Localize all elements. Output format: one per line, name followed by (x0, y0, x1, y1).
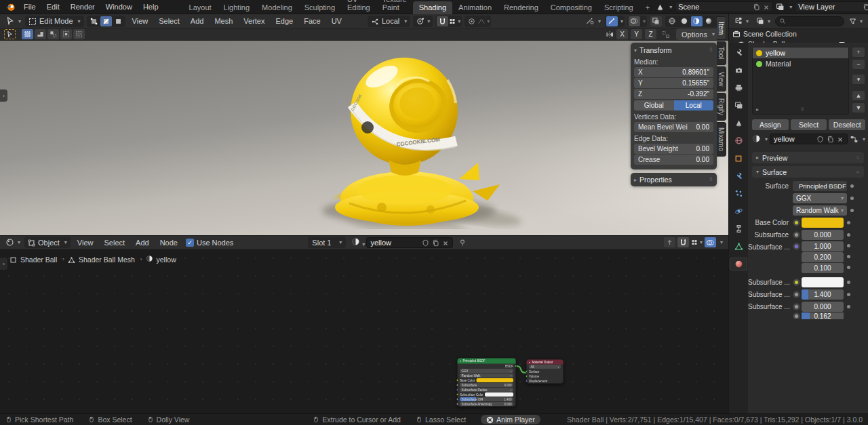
list-expand-icon[interactable]: ▸ (756, 106, 759, 113)
socket-icon[interactable] (793, 291, 800, 298)
edge-select-mode-button[interactable] (100, 16, 112, 26)
viewport-menu-add[interactable]: Add (185, 17, 210, 25)
tab-lighting[interactable]: Lighting (218, 1, 256, 14)
anim-player-status[interactable]: Anim Player (481, 415, 540, 424)
tab-texture-paint[interactable]: Texture Paint (376, 0, 413, 14)
scene-dropdown-caret[interactable]: ▾ (669, 4, 672, 10)
tab-scene-icon[interactable] (730, 117, 747, 129)
tab-output-icon[interactable] (730, 82, 747, 94)
subsurface-radius-socket[interactable] (456, 389, 458, 391)
vertex-select-mode-button[interactable] (88, 16, 100, 26)
keyframe-dot[interactable] (850, 209, 854, 212)
tab-compositing[interactable]: Compositing (545, 1, 598, 14)
median-y-field[interactable]: Y0.15655" (634, 78, 713, 88)
toolbar-expand-arrow[interactable]: › (0, 89, 7, 102)
add-workspace-button[interactable]: + (639, 1, 656, 14)
proportional-editing-toggle[interactable] (466, 16, 477, 26)
displacement-input-socket[interactable] (526, 380, 528, 382)
use-nodes-checkbox[interactable]: ✓ Use Nodes (186, 239, 233, 247)
subsurface-ior-field[interactable]: 1.400 (802, 289, 844, 300)
move-slot-down-button[interactable]: ▼ (852, 102, 865, 113)
tab-shading[interactable]: Shading (413, 1, 452, 14)
view-layer-dropdown-caret[interactable]: ▾ (789, 4, 792, 10)
shading-material-preview-button[interactable] (691, 16, 703, 26)
tab-uv-editing[interactable]: UV Editing (341, 0, 376, 14)
viewport-menu-vertex[interactable]: Vertex (238, 17, 270, 25)
node-tree-caret[interactable]: ▾ (863, 136, 865, 142)
tab-particles-icon[interactable] (730, 188, 747, 199)
crumb-material[interactable]: yellow (157, 256, 176, 264)
transform-orientation[interactable]: Local ▾ (368, 16, 410, 27)
shading-solid-button[interactable] (679, 16, 690, 26)
volume-input-socket[interactable] (526, 376, 528, 378)
gizmos-caret[interactable]: ▾ (620, 18, 623, 24)
copy-material-icon[interactable] (432, 238, 439, 247)
median-z-field[interactable]: Z-0.392" (634, 89, 713, 99)
material-browse-icon[interactable]: ▾ (351, 237, 365, 247)
shader-snap-toggle[interactable] (677, 237, 689, 247)
keyframe-dot[interactable] (847, 281, 850, 284)
panel-grip-icon[interactable]: ⠿ (709, 47, 713, 53)
shader-overlays-toggle[interactable] (705, 237, 716, 247)
blender-logo-icon[interactable] (5, 2, 16, 12)
mirror-y-button[interactable]: Y (631, 29, 642, 39)
socket-icon[interactable] (793, 219, 800, 226)
socket-icon[interactable] (793, 303, 800, 310)
base-color-swatch[interactable] (802, 218, 844, 228)
subsurface-anisotropy-field[interactable]: 0.000 (802, 302, 844, 312)
copy-material-icon[interactable] (827, 135, 834, 144)
tab-world-icon[interactable] (730, 135, 747, 146)
surface-input-socket[interactable] (526, 371, 528, 373)
deselect-button[interactable]: Deselect (829, 119, 865, 130)
viewport-menu-uv[interactable]: UV (326, 17, 347, 25)
npanel-tab-item[interactable]: Item (717, 16, 726, 40)
tab-rendering[interactable]: Rendering (498, 1, 545, 14)
unlink-material-icon[interactable] (442, 238, 449, 246)
show-gizmo-dropdown[interactable]: ▾ (583, 16, 604, 27)
overlays-caret[interactable]: ▾ (643, 18, 646, 24)
select-button[interactable]: Select (791, 119, 827, 130)
scene-icon[interactable] (656, 2, 665, 12)
row-scene-collection[interactable]: Scene Collection (729, 28, 868, 39)
select-box-subtract[interactable] (47, 29, 59, 39)
slot-yellow[interactable]: yellow (753, 47, 848, 58)
subsurface-color-swatch[interactable] (802, 277, 844, 287)
viewport-menu-face[interactable]: Face (298, 17, 326, 25)
viewport-menu-select[interactable]: Select (153, 17, 185, 25)
shader-overlays-caret[interactable]: ▾ (720, 239, 723, 245)
tab-render-icon[interactable] (730, 64, 747, 76)
tab-constraints-icon[interactable] (730, 223, 747, 235)
editor-type-shader[interactable]: ▾ (3, 237, 23, 248)
mirror-x-button[interactable]: X (616, 29, 628, 39)
crease-field[interactable]: Crease0.00 (634, 155, 713, 165)
material-name-field[interactable]: yellow (366, 237, 453, 248)
slot-specials-dropdown[interactable]: ▾ (852, 74, 865, 85)
shading-wireframe-button[interactable] (667, 16, 678, 26)
viewport-menu-view[interactable]: View (127, 17, 154, 25)
subsurface-slider[interactable]: Subsurface0.000 (460, 383, 513, 387)
shader-menu-view[interactable]: View (72, 239, 99, 247)
socket-icon[interactable] (793, 243, 800, 250)
proportional-falloff-dropdown[interactable]: ▾ (478, 16, 490, 26)
subsurface-anisotropy-slider[interactable]: Subsurface Anisotropy0.000 (460, 402, 513, 406)
keyframe-dot[interactable] (847, 293, 850, 296)
keyframe-dot[interactable] (847, 244, 850, 247)
select-box-intersect[interactable] (73, 29, 85, 39)
gizmos-toggle[interactable] (606, 16, 618, 26)
menu-help[interactable]: Help (138, 3, 164, 11)
keyframe-dot[interactable] (847, 221, 850, 224)
subsurface-color-socket[interactable] (456, 394, 458, 396)
crumb-mesh[interactable]: Shader Ball Mesh (79, 256, 135, 264)
slot-dropdown[interactable]: Slot 1▾ (308, 237, 346, 248)
tab-scripting[interactable]: Scripting (598, 1, 639, 14)
node-tree-icon[interactable] (850, 134, 859, 144)
keyframe-dot[interactable] (850, 197, 854, 200)
mode-selector[interactable]: Edit Mode ▾ (25, 16, 84, 27)
select-box-invert[interactable] (60, 29, 72, 39)
tab-sculpting[interactable]: Sculpting (298, 1, 341, 14)
output-target-dropdown[interactable]: All▾ (529, 365, 561, 369)
npanel-tab-tool[interactable]: Tool (717, 41, 726, 64)
radius-z-field[interactable]: 0.100 (802, 263, 844, 273)
outliner-display-mode[interactable]: ▾ (753, 16, 773, 27)
radius-y-field[interactable]: 0.200 (802, 252, 844, 262)
